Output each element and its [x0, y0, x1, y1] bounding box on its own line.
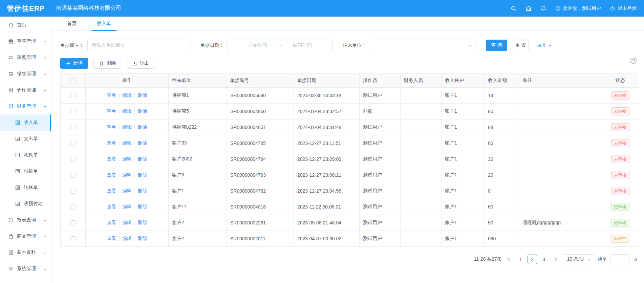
view-link[interactable]: 查看 — [107, 172, 116, 177]
edit-link[interactable]: 编辑 — [122, 140, 132, 146]
sidebar-item-purchase[interactable]: 采购管理 — [0, 49, 51, 66]
view-link[interactable]: 查看 — [107, 188, 116, 193]
view-link[interactable]: 查看 — [107, 220, 116, 225]
view-link[interactable]: 查看 — [107, 108, 116, 114]
logout-button[interactable]: 退出登录 — [610, 5, 637, 12]
doc-icon — [15, 185, 20, 190]
page-number-3[interactable]: 3 — [539, 255, 549, 264]
column-header: 单据日期 — [294, 74, 360, 88]
sidebar-item-retail[interactable]: 零售管理 — [0, 33, 51, 49]
delete-link[interactable]: 删除 — [138, 188, 147, 193]
row-checkbox[interactable] — [70, 236, 76, 241]
edit-link[interactable]: 编辑 — [122, 236, 132, 241]
sidebar-item-basic-data[interactable]: 基本资料 — [0, 244, 51, 261]
reset-button[interactable]: 重 置 — [513, 40, 529, 51]
view-link[interactable]: 查看 — [107, 236, 116, 241]
delete-link[interactable]: 删除 — [138, 92, 147, 98]
next-page-icon[interactable] — [552, 255, 559, 264]
sidebar-item-label: 基本资料 — [17, 249, 36, 256]
delete-link[interactable]: 删除 — [138, 108, 147, 114]
finance-person-cell — [401, 167, 442, 183]
help-icon[interactable] — [630, 57, 637, 64]
edit-link[interactable]: 编辑 — [122, 172, 132, 177]
row-checkbox[interactable] — [70, 220, 76, 225]
sidebar-item-home[interactable]: 首页 — [0, 17, 51, 33]
view-link[interactable]: 查看 — [107, 140, 116, 146]
row-checkbox[interactable] — [70, 93, 76, 98]
export-button[interactable]: 导出 — [127, 58, 154, 69]
edit-link[interactable]: 编辑 — [122, 108, 132, 114]
sidebar-item-advance-payment[interactable]: 收预付款 — [0, 196, 51, 212]
search-icon[interactable] — [511, 5, 517, 12]
bag-icon — [8, 234, 14, 239]
sidebar-item-receipt-bill[interactable]: 收款单 — [0, 147, 51, 163]
row-checkbox[interactable] — [70, 173, 76, 178]
edit-link[interactable]: 编辑 — [122, 92, 132, 98]
page-number-2[interactable]: 2 — [528, 255, 537, 264]
jump-page-input[interactable] — [610, 254, 629, 264]
view-link[interactable]: 查看 — [107, 124, 116, 130]
edit-link[interactable]: 编辑 — [122, 124, 132, 130]
page-size-select[interactable]: 10 条/页 — [563, 254, 594, 264]
status-badge: 未审核 — [611, 139, 629, 147]
delete-link[interactable]: 删除 — [138, 172, 147, 177]
sidebar-item-finance[interactable]: 财务管理 — [0, 98, 51, 114]
view-link[interactable]: 查看 — [107, 204, 116, 209]
row-checkbox[interactable] — [70, 125, 76, 130]
table-row: 查看|编辑|删除供应商1SR000000050402024-03-30 14:4… — [61, 88, 638, 104]
view-link[interactable]: 查看 — [107, 92, 116, 98]
sidebar-item-warehouse[interactable]: 仓库管理 — [0, 82, 51, 98]
chevron-down-icon — [548, 43, 552, 47]
add-label: 新增 — [73, 60, 83, 66]
edit-link[interactable]: 编辑 — [122, 204, 132, 209]
remark-cell — [519, 183, 602, 199]
bank-icon[interactable] — [525, 5, 532, 12]
sidebar-item-system[interactable]: 系统管理 — [0, 261, 51, 277]
delete-link[interactable]: 删除 — [138, 204, 147, 209]
delete-button[interactable]: 删除 — [93, 58, 121, 69]
partner-cell: 客户2 — [169, 231, 227, 247]
view-link[interactable]: 查看 — [107, 156, 116, 161]
search-button[interactable]: 查 询 — [486, 40, 507, 51]
sidebar-item-label: 收款单 — [24, 152, 38, 158]
chevron-down-icon — [43, 88, 47, 92]
delete-link[interactable]: 删除 — [138, 220, 147, 225]
row-checkbox[interactable] — [70, 204, 76, 210]
bill-no-input[interactable]: 请输入单据编号 — [87, 40, 191, 51]
bell-icon[interactable] — [540, 5, 546, 12]
page-number-1[interactable]: 1 — [516, 255, 525, 264]
tab-income-bill[interactable]: 收入单 — [91, 17, 116, 30]
delete-link[interactable]: 删除 — [138, 140, 147, 146]
income-account-cell: 账户1 — [442, 231, 485, 247]
sidebar-item-reports[interactable]: 报表查询 — [0, 212, 51, 228]
date-range-input[interactable]: 开始时间 ~ 结束时间 — [228, 40, 332, 51]
delete-link[interactable]: 删除 — [138, 124, 147, 130]
chevron-down-icon — [587, 257, 591, 261]
column-header: 操作员 — [360, 74, 401, 88]
expand-link[interactable]: 展开 — [537, 42, 552, 48]
doc-icon — [15, 152, 20, 158]
edit-link[interactable]: 编辑 — [122, 188, 132, 193]
row-checkbox[interactable] — [70, 141, 76, 146]
welcome-user[interactable]: 欢迎您，测试用户 — [555, 5, 601, 12]
delete-link[interactable]: 删除 — [138, 156, 147, 161]
sidebar-item-goods[interactable]: 商品管理 — [0, 228, 51, 244]
sidebar-item-expense-bill[interactable]: 支出单 — [0, 131, 51, 147]
sidebar-item-sales[interactable]: 销售管理 — [0, 66, 51, 82]
select-all-checkbox[interactable] — [70, 78, 76, 83]
edit-link[interactable]: 编辑 — [122, 156, 132, 161]
row-checkbox[interactable] — [70, 109, 76, 114]
row-checkbox[interactable] — [70, 189, 76, 194]
sidebar-item-transfer-bill[interactable]: 转账单 — [0, 179, 51, 196]
sidebar-item-payment-bill[interactable]: 付款单 — [0, 163, 51, 179]
prev-page-icon[interactable] — [505, 255, 513, 264]
row-checkbox[interactable] — [70, 157, 76, 162]
sidebar-item-income-bill[interactable]: 收入单 — [0, 114, 51, 131]
tab-home[interactable]: 首页 — [62, 17, 82, 30]
partner-select[interactable] — [370, 40, 476, 51]
edit-link[interactable]: 编辑 — [122, 220, 132, 225]
expand-label: 展开 — [537, 42, 546, 48]
bill-no-cell: SR00000004782 — [227, 183, 294, 199]
add-button[interactable]: 新增 — [60, 58, 88, 69]
delete-link[interactable]: 删除 — [138, 236, 147, 241]
